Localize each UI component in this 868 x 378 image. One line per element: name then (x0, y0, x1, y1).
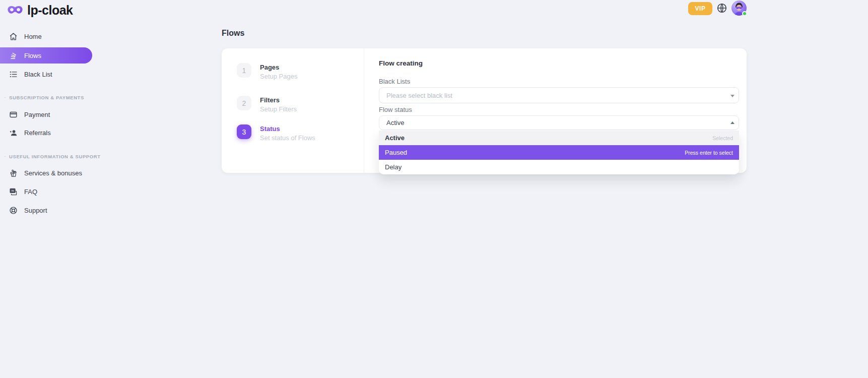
step-status[interactable]: 3 Status Set status of Flows (237, 124, 315, 142)
step-pages[interactable]: 1 Pages Setup Pages (237, 63, 297, 80)
sidebar-item-referrals[interactable]: Referrals (0, 124, 92, 141)
flow-status-label: Flow status (379, 106, 412, 113)
option-hint: Selected (712, 135, 733, 141)
flow-status-value: Active (386, 119, 404, 127)
sidebar-item-label: Support (24, 207, 47, 214)
online-status-dot (742, 11, 747, 16)
option-label: Delay (385, 163, 402, 171)
step-subtitle: Setup Pages (260, 73, 297, 80)
app-screen: lp-cloak VIP Home (0, 0, 868, 378)
sidebar-item-services-bonuses[interactable]: Services & bonuses (0, 164, 92, 181)
app-logo[interactable]: lp-cloak (7, 3, 73, 18)
sidebar-item-label: Home (24, 33, 42, 40)
flows-icon (9, 51, 18, 60)
sidebar-item-faq[interactable]: ?! FAQ (0, 183, 92, 200)
black-list-icon (9, 70, 18, 79)
sidebar-item-label: Referrals (24, 129, 51, 137)
page-title: Flows (222, 29, 244, 38)
flow-status-dropdown: Active Selected Paused Press enter to se… (379, 131, 739, 174)
sidebar-item-home[interactable]: Home (0, 28, 92, 45)
sidebar-section-title: USEFUL INFORMATION & SUPPORT (0, 151, 92, 161)
gift-icon (9, 169, 18, 177)
step-subtitle: Set status of Flows (260, 134, 315, 142)
referrals-icon (9, 129, 18, 137)
mask-icon (7, 5, 23, 16)
home-icon (9, 32, 18, 41)
form-title: Flow creating (379, 59, 423, 67)
sidebar-item-support[interactable]: Support (0, 202, 92, 219)
step-number: 3 (237, 124, 251, 139)
step-title: Filters (260, 96, 297, 104)
step-number: 2 (237, 96, 251, 110)
sidebar-item-label: Black List (24, 71, 52, 78)
svg-text:?!: ?! (11, 189, 14, 192)
flow-status-select[interactable]: Active (379, 115, 739, 130)
stepper-panel: 1 Pages Setup Pages 2 Filters Setup Filt… (222, 48, 364, 173)
black-lists-label: Black Lists (379, 78, 410, 85)
option-label: Paused (385, 149, 407, 156)
logo-text: lp-cloak (27, 3, 73, 18)
sidebar-item-label: Flows (24, 52, 41, 59)
vip-button[interactable]: VIP (688, 2, 712, 15)
step-title: Pages (260, 63, 297, 71)
option-active[interactable]: Active Selected (379, 131, 739, 145)
sidebar-item-label: Services & bonuses (24, 169, 82, 177)
sidebar-item-payment[interactable]: Payment (0, 106, 92, 123)
sidebar-item-label: Payment (24, 111, 50, 118)
globe-icon[interactable] (716, 3, 727, 14)
option-hint: Press enter to select (685, 150, 733, 156)
black-lists-select-input[interactable] (379, 87, 739, 103)
step-title: Status (260, 124, 315, 133)
step-number: 1 (237, 63, 251, 78)
step-subtitle: Setup Filters (260, 105, 297, 113)
user-avatar[interactable] (731, 1, 747, 16)
option-paused[interactable]: Paused Press enter to select (379, 145, 739, 160)
step-filters[interactable]: 2 Filters Setup Filters (237, 96, 297, 113)
flow-creating-card: 1 Pages Setup Pages 2 Filters Setup Filt… (222, 48, 747, 173)
payment-icon (9, 110, 18, 119)
sidebar-item-black-list[interactable]: Black List (0, 66, 92, 83)
sidebar-section-title: SUBSCRIPTION & PAYMENTS (0, 92, 92, 102)
sidebar-item-flows[interactable]: Flows (0, 47, 92, 64)
option-delay[interactable]: Delay (379, 160, 739, 174)
support-icon (9, 206, 18, 215)
faq-icon: ?! (9, 187, 18, 196)
sidebar-item-label: FAQ (24, 188, 37, 196)
option-label: Active (385, 134, 405, 142)
